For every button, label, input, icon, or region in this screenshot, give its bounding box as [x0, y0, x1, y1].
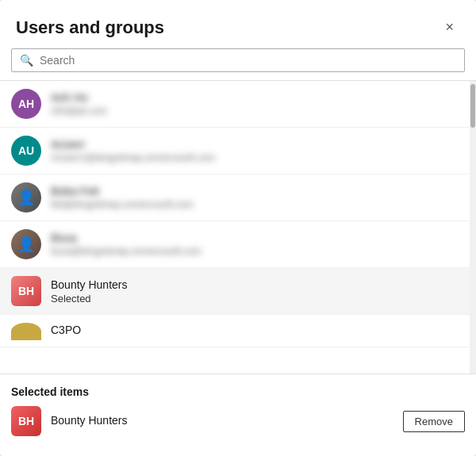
list-item[interactable]: AH Anh Ho nhh@pk.com	[0, 81, 476, 128]
item-name: Anh Ho	[51, 91, 107, 104]
item-info: Boba Fett fett@dmgntimep.onmicrosoft.com	[51, 185, 194, 210]
item-name: Bounty Hunters	[51, 278, 128, 291]
item-selected-label: Selected	[51, 293, 128, 305]
selected-item: BH Bounty Hunters Remove	[11, 406, 465, 436]
close-button[interactable]: ×	[439, 16, 460, 39]
item-name: Boba Fett	[51, 185, 194, 197]
item-name: C3PO	[51, 324, 81, 336]
search-icon: 🔍	[20, 54, 33, 67]
item-name: Boua	[51, 232, 202, 244]
item-sub: boua@dmgntimep.onmicrosoft.com	[51, 246, 202, 257]
list-item-c3po[interactable]: C3PO	[0, 315, 476, 347]
dialog-title: Users and groups	[16, 17, 164, 38]
search-box: 🔍	[11, 48, 465, 72]
avatar: 👤	[11, 182, 41, 213]
selected-item-name: Bounty Hunters	[51, 414, 128, 427]
search-input[interactable]	[40, 54, 456, 67]
list-item[interactable]: 👤 Boua boua@dmgntimep.onmicrosoft.com	[0, 221, 476, 268]
users-and-groups-dialog: Users and groups × 🔍 AH Anh Ho nhh@pk.co…	[0, 0, 476, 456]
selected-avatar: BH	[11, 406, 41, 436]
item-info: Bounty Hunters Selected	[51, 278, 128, 305]
dialog-header: Users and groups ×	[0, 0, 476, 48]
item-sub: nhh@pk.com	[51, 105, 107, 117]
item-name: Aciserr	[51, 138, 215, 151]
avatar: 👤	[11, 229, 41, 259]
item-info: C3PO	[51, 324, 81, 338]
item-sub: fett@dmgntimep.onmicrosoft.com	[51, 199, 194, 210]
avatar-square: BH	[11, 276, 41, 306]
selected-items-section: Selected items BH Bounty Hunters Remove	[0, 374, 476, 444]
avatar: AH	[11, 89, 41, 119]
item-info: Aciserr Aciserr1@dmgntimep.onmicrosoft.c…	[51, 138, 215, 163]
item-info: Anh Ho nhh@pk.com	[51, 91, 107, 117]
selected-items-title: Selected items	[11, 385, 465, 398]
scrollbar-track[interactable]	[470, 81, 476, 374]
search-container: 🔍	[0, 48, 476, 80]
list-item-bounty-hunters[interactable]: BH Bounty Hunters Selected	[0, 268, 476, 315]
list-item[interactable]: AU Aciserr Aciserr1@dmgntimep.onmicrosof…	[0, 128, 476, 174]
scrollbar-thumb[interactable]	[470, 84, 475, 128]
remove-button[interactable]: Remove	[403, 411, 465, 432]
avatar: AU	[11, 136, 41, 166]
user-list[interactable]: AH Anh Ho nhh@pk.com AU Aciserr Aciserr1…	[0, 80, 476, 374]
item-sub: Aciserr1@dmgntimep.onmicrosoft.com	[51, 152, 215, 163]
item-info: Boua boua@dmgntimep.onmicrosoft.com	[51, 232, 202, 257]
list-item[interactable]: 👤 Boba Fett fett@dmgntimep.onmicrosoft.c…	[0, 174, 476, 221]
avatar-partial	[11, 323, 41, 340]
